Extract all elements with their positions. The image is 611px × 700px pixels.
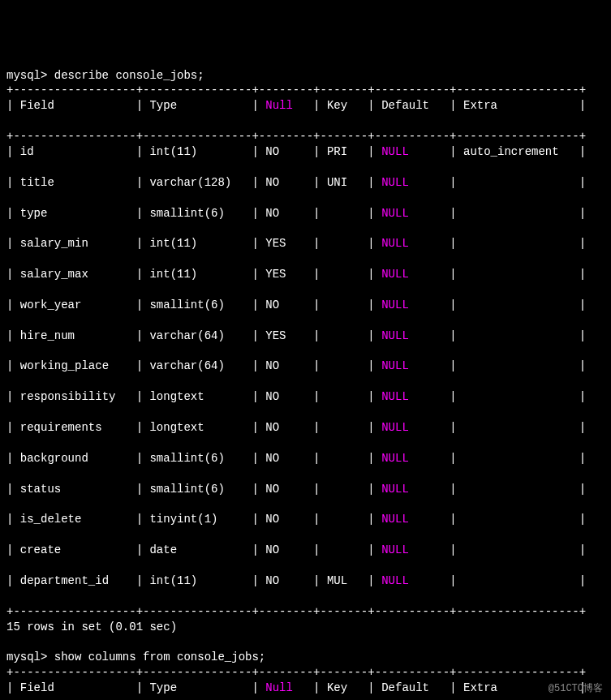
cell-type: smallint(6) <box>149 483 245 496</box>
table-row: | type | smallint(6) | NO | | NULL | | <box>6 206 605 221</box>
cell-null: NO <box>265 543 306 556</box>
cell-field: requirements <box>20 421 129 434</box>
cell-extra <box>463 483 572 496</box>
cell-null: NO <box>265 483 306 496</box>
col-null: Null <box>265 99 306 112</box>
cell-field: status <box>20 483 129 496</box>
table-row: | working_place | varchar(64) | NO | | N… <box>6 359 605 374</box>
cell-key: MUL <box>327 574 361 587</box>
table-row: | create | date | NO | | NULL | | <box>6 543 605 558</box>
table-row: | is_delete | tinyint(1) | NO | | NULL |… <box>6 512 605 527</box>
cell-key <box>327 543 361 556</box>
table-header-row: | Field | Type | Null | Key | Default | … <box>6 98 605 114</box>
cell-type: varchar(64) <box>149 329 245 342</box>
cell-type: tinyint(1) <box>149 513 245 526</box>
cell-field: department_id <box>20 574 129 587</box>
col-type: Type <box>149 681 245 694</box>
cell-field: title <box>20 176 129 189</box>
table-border: +------------------+----------------+---… <box>6 130 586 143</box>
cell-extra <box>463 237 572 250</box>
table-row: | salary_min | int(11) | YES | | NULL | … <box>6 236 605 251</box>
cell-type: smallint(6) <box>149 452 245 465</box>
cell-extra <box>463 452 572 465</box>
cell-type: int(11) <box>149 145 245 158</box>
cell-null: NO <box>265 390 306 403</box>
cell-type: longtext <box>149 421 245 434</box>
watermark: @51CTO博客 <box>549 682 603 695</box>
cell-null: NO <box>265 176 306 189</box>
table-header-row: | Field | Type | Null | Key | Default | … <box>6 681 605 696</box>
cell-key <box>327 390 361 403</box>
cell-null: NO <box>265 298 306 311</box>
table-row: | background | smallint(6) | NO | | NULL… <box>6 451 605 466</box>
cell-type: int(11) <box>149 237 245 250</box>
mysql-prompt[interactable]: mysql> describe console_jobs; <box>6 69 204 82</box>
cell-null: YES <box>265 329 306 342</box>
cell-key <box>327 359 361 372</box>
cell-key <box>327 513 361 526</box>
cell-type: int(11) <box>149 574 245 587</box>
cell-null: NO <box>265 452 306 465</box>
cell-field: work_year <box>20 298 129 311</box>
cell-key <box>327 452 361 465</box>
table-row: | requirements | longtext | NO | | NULL … <box>6 420 605 436</box>
mysql-prompt[interactable]: mysql> show columns from console_jobs; <box>6 651 265 663</box>
cell-extra <box>463 207 572 220</box>
col-field: Field <box>20 681 129 694</box>
cell-default: NULL <box>381 329 443 342</box>
cell-null: NO <box>265 207 306 220</box>
cell-field: hire_num <box>20 329 129 342</box>
table-row: | salary_max | int(11) | YES | | NULL | … <box>6 267 605 282</box>
cell-field: type <box>20 207 129 220</box>
cell-default: NULL <box>381 543 443 556</box>
cell-field: salary_min <box>20 237 129 250</box>
cell-default: NULL <box>381 390 443 403</box>
col-key: Key <box>327 99 361 112</box>
cell-default: NULL <box>381 145 443 158</box>
table-border: +------------------+----------------+---… <box>6 605 586 618</box>
cell-extra <box>463 329 572 342</box>
cell-extra <box>463 359 572 372</box>
cell-null: NO <box>265 421 306 434</box>
cell-type: date <box>149 543 245 556</box>
cell-null: NO <box>265 145 306 158</box>
cell-key: PRI <box>327 145 361 158</box>
table-border: +------------------+----------------+---… <box>6 84 586 97</box>
cell-extra <box>463 390 572 403</box>
cell-extra <box>463 298 572 311</box>
cell-key: UNI <box>327 176 361 189</box>
cell-key <box>327 237 361 250</box>
cell-field: salary_max <box>20 268 129 281</box>
cell-default: NULL <box>381 237 443 250</box>
table-row: | department_id | int(11) | NO | MUL | N… <box>6 573 605 589</box>
table-row: | work_year | smallint(6) | NO | | NULL … <box>6 298 605 313</box>
cell-type: longtext <box>149 390 245 403</box>
col-default: Default <box>381 99 443 112</box>
cell-field: working_place <box>20 359 129 372</box>
cell-extra <box>463 574 572 587</box>
col-key: Key <box>327 681 361 694</box>
cell-field: responsibility <box>20 390 129 403</box>
col-null: Null <box>265 681 306 694</box>
col-default: Default <box>381 681 443 694</box>
cell-null: NO <box>265 359 306 372</box>
table-row: | id | int(11) | NO | PRI | NULL | auto_… <box>6 144 605 160</box>
cell-extra <box>463 176 572 189</box>
cell-default: NULL <box>381 207 443 220</box>
table-row: | status | smallint(6) | NO | | NULL | | <box>6 482 605 497</box>
cell-default: NULL <box>381 574 443 587</box>
cell-default: NULL <box>381 176 443 189</box>
table-row: | hire_num | varchar(64) | YES | | NULL … <box>6 329 605 344</box>
col-type: Type <box>149 99 245 112</box>
cell-default: NULL <box>381 421 443 434</box>
cell-key <box>327 421 361 434</box>
cell-field: create <box>20 543 129 556</box>
cell-key <box>327 268 361 281</box>
cell-type: varchar(64) <box>149 359 245 372</box>
cell-key <box>327 298 361 311</box>
cell-null: YES <box>265 237 306 250</box>
cell-null: NO <box>265 574 306 587</box>
cell-null: YES <box>265 268 306 281</box>
cell-extra <box>463 543 572 556</box>
table-row: | title | varchar(128) | NO | UNI | NULL… <box>6 175 605 191</box>
